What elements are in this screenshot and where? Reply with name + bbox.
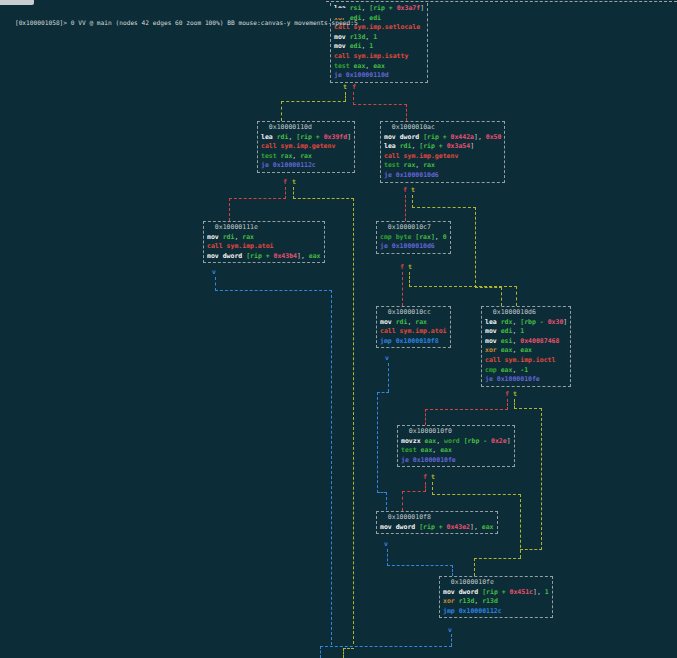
block-address: 0x1000010f0 [401,427,511,437]
instruction-line: xor eax, eax [485,346,567,356]
graph-edge [520,549,542,550]
window-chrome-fragment [0,0,34,5]
block-address: 0x1000010c7 [380,223,447,233]
graph-edge [320,646,452,647]
instruction-line: mov esi, 0x40087468 [485,337,567,347]
graph-edge [377,392,378,493]
graph-edge [432,494,521,495]
branch-label-f: f [505,390,509,400]
branch-label-t: t [292,178,296,188]
graph-edge [353,104,407,105]
instruction-line: mov rdi, rax [380,318,447,328]
graph-edge [452,565,453,576]
graph-edge [425,409,426,425]
graph-edge [388,363,389,392]
graph-edge [406,104,407,121]
graph-edge [293,198,354,199]
instruction-line: jmp 0x10000112c [443,607,549,617]
instruction-line: test rax, rax [261,152,351,162]
graph-edge [377,392,389,393]
basic-block-0x1000010fe[interactable]: 0x1000010femov dword [rip + 0x451c], 1xo… [439,576,553,618]
instruction-line: je 0x10000110d [334,71,424,81]
basic-block-0x1000010f0[interactable]: 0x1000010f0movzx eax, word [rbp - 0x2e]t… [397,425,515,467]
graph-edge [402,491,426,492]
instruction-line: cmp byte [rax], 0 [380,233,447,243]
graph-edge [281,101,346,102]
graph-edge [215,290,332,291]
branch-label-v: v [212,268,216,278]
instruction-line: je 0x1000010d6 [384,171,501,181]
instruction-line: cmp eax, -1 [485,366,567,376]
graph-edge [405,195,406,221]
branch-label-f: f [352,83,356,93]
status-bar-text: [0x100001058]> 0 VV @ main (nodes 42 edg… [15,19,358,26]
instruction-line: call sym.imp.getenv [261,142,351,152]
status-bar: [0x100001058]> 0 VV @ main (nodes 42 edg… [0,8,347,18]
instruction-line: mov r13d, 1 [334,33,424,43]
block-address: 0x1000010fe [443,578,549,588]
graph-edge [402,272,403,306]
instruction-line: mov edi, 1 [334,42,424,52]
graph-edge [425,409,508,410]
graph-edge [387,565,453,566]
instruction-line: call sym.imp.ioctl [485,356,567,366]
instruction-line: mov edi, 1 [485,327,567,337]
graph-edge [541,408,542,550]
block-address: 0x1000010cc [380,308,447,318]
basic-block-0x1000010d6[interactable]: 0x1000010d6lea rdx, [rbp - 0x30]mov edi,… [481,306,571,387]
instruction-line: mov dword [rip + 0x442a], 0x50 [384,133,501,143]
block-address: 0x10000110d [261,123,351,133]
instruction-line: lea rdx, [rbp - 0x30] [485,318,567,328]
instruction-line: call sym.imp.getenv [384,152,501,162]
branch-label-v: v [448,626,452,636]
graph-edge [229,198,230,221]
graph-edge [386,492,387,510]
graph-edge [402,491,403,511]
graph-edge [501,287,502,306]
instruction-line: jmp 0x1000010f8 [380,337,447,347]
basic-block-0x10000110d[interactable]: 0x10000110dlea rdi, [rip + 0x39fd]call s… [257,121,355,173]
graph-edge [474,558,521,559]
instruction-line: lea rdi, [rip + 0x39fd] [261,133,351,143]
instruction-line: mov rdi, rax [207,233,321,243]
graph-edge [326,1,677,2]
branch-label-t: t [411,186,415,196]
instruction-line: xor r13d, r13d [443,597,549,607]
block-address: 0x1000010f8 [380,513,494,523]
instruction-line: call sym.imp.atoi [207,242,321,252]
instruction-line: movzx eax, word [rbp - 0x2e] [401,437,511,447]
graph-edge [520,494,521,558]
instruction-line: je 0x1000010fe [401,456,511,466]
basic-block-0x1000010f8[interactable]: 0x1000010f8mov dword [rip + 0x43e2], eax [376,511,498,534]
branch-label-t: t [513,390,517,400]
graph-edge [353,198,354,644]
basic-block-0x1000010ac[interactable]: 0x1000010acmov dword [rip + 0x442a], 0x5… [380,121,505,183]
instruction-line: je 0x1000010d6 [380,242,447,252]
graph-canvas[interactable]: [0x100001058]> 0 VV @ main (nodes 42 edg… [0,0,677,658]
branch-label-t: t [431,473,435,483]
basic-block-0x10000111e[interactable]: 0x10000111emov rdi, raxcall sym.imp.atoi… [203,221,325,263]
branch-label-t: t [408,263,412,273]
block-address: 0x1000010ac [384,123,501,133]
instruction-line: mov dword [rip + 0x451c], 1 [443,588,549,598]
graph-edge [215,277,216,291]
graph-edge [281,101,282,121]
branch-label-v: v [385,354,389,364]
branch-label-f: f [403,186,407,196]
graph-edge [451,634,452,646]
branch-label-f: f [283,178,287,188]
instruction-line: test eax, eax [334,62,424,72]
branch-label-f: f [400,263,404,273]
graph-edge [343,648,344,658]
branch-label-t: t [343,83,347,93]
block-address: 0x10000111e [207,223,321,233]
basic-block-0x1000010c7[interactable]: 0x1000010c7cmp byte [rax], 0je 0x1000010… [376,221,451,254]
graph-edge [409,272,410,287]
graph-edge [475,207,476,288]
instruction-line: lea rsi, [rip + 0x3a7f] [334,4,424,14]
graph-edge [409,286,517,287]
graph-edge [516,286,517,306]
graph-edge [343,648,354,649]
instruction-line: mov dword [rip + 0x43b4], eax [207,252,321,262]
basic-block-0x1000010cc[interactable]: 0x1000010ccmov rdi, raxcall sym.imp.atoi… [376,306,451,348]
